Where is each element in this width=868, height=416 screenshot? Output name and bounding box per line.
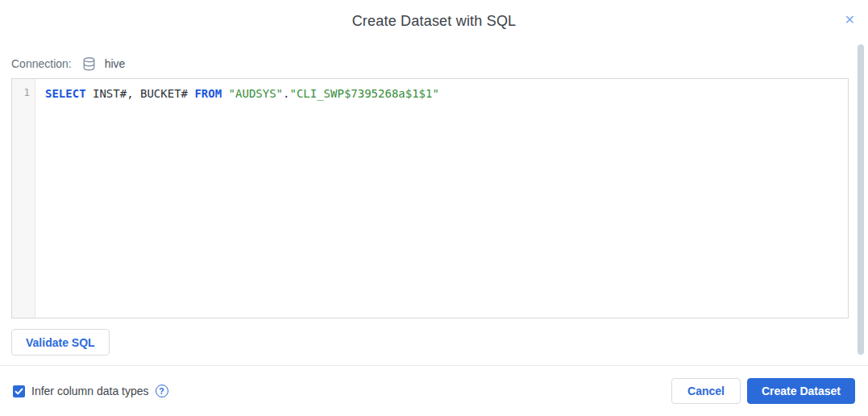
connection-row: Connection: hive — [11, 54, 125, 73]
create-dataset-dialog: Create Dataset with SQL ✕ Connection: hi… — [0, 0, 868, 416]
footer-bar: Infer column data types ? Cancel Create … — [13, 378, 855, 404]
footer-divider — [0, 365, 868, 366]
sql-token: "AUDSYS" — [229, 87, 283, 100]
validate-sql-button[interactable]: Validate SQL — [11, 329, 110, 356]
help-icon[interactable]: ? — [156, 385, 168, 397]
connection-name: hive — [105, 57, 126, 70]
database-icon — [81, 56, 97, 72]
sql-token: SELECT — [45, 87, 86, 100]
page-scrollbar[interactable] — [858, 44, 864, 355]
sql-token: INST#, BUCKET# — [86, 87, 195, 100]
editor-gutter: 1 — [12, 79, 35, 318]
close-icon[interactable]: ✕ — [845, 13, 855, 27]
infer-column-types-checkbox[interactable] — [13, 385, 25, 397]
dialog-title: Create Dataset with SQL — [0, 13, 868, 30]
sql-token: FROM — [194, 87, 222, 100]
cancel-button[interactable]: Cancel — [671, 378, 741, 404]
infer-column-types-label: Infer column data types — [31, 385, 149, 397]
sql-editor[interactable]: 1 SELECT INST#, BUCKET# FROM "AUDSYS"."C… — [11, 78, 849, 318]
sql-token — [222, 87, 228, 100]
footer-actions: Cancel Create Dataset — [671, 378, 855, 404]
line-number: 1 — [23, 86, 30, 98]
infer-column-types-option[interactable]: Infer column data types ? — [13, 385, 168, 397]
sql-code-input[interactable]: SELECT INST#, BUCKET# FROM "AUDSYS"."CLI… — [35, 79, 848, 318]
connection-label: Connection: — [11, 57, 72, 70]
sql-token: "CLI_SWP$7395268a$1$1" — [289, 87, 438, 100]
create-dataset-button[interactable]: Create Dataset — [747, 378, 855, 404]
